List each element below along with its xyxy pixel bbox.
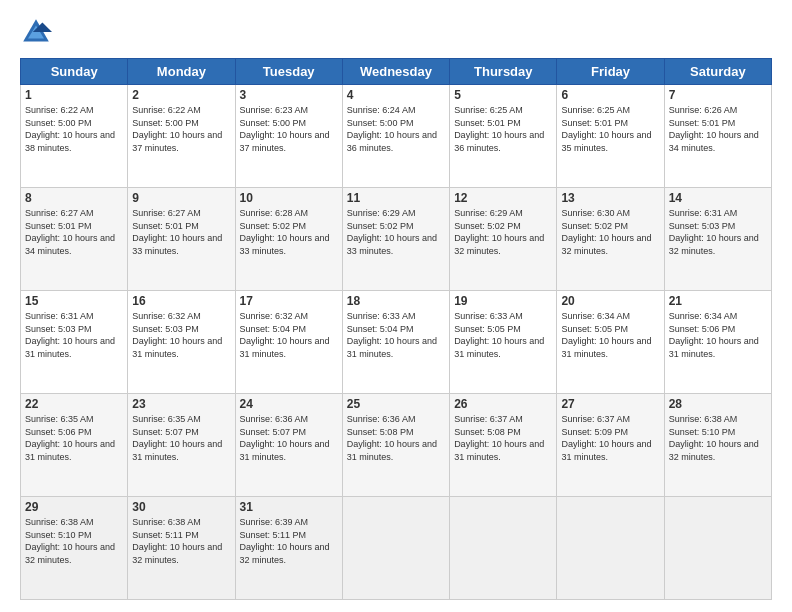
calendar-cell: 17Sunrise: 6:32 AMSunset: 5:04 PMDayligh… (235, 291, 342, 394)
calendar-day-header: Friday (557, 59, 664, 85)
day-number: 14 (669, 191, 767, 205)
calendar-cell: 4Sunrise: 6:24 AMSunset: 5:00 PMDaylight… (342, 85, 449, 188)
day-number: 8 (25, 191, 123, 205)
day-info: Sunrise: 6:22 AMSunset: 5:00 PMDaylight:… (25, 104, 123, 154)
calendar-week-row: 8Sunrise: 6:27 AMSunset: 5:01 PMDaylight… (21, 188, 772, 291)
calendar-table: SundayMondayTuesdayWednesdayThursdayFrid… (20, 58, 772, 600)
day-number: 1 (25, 88, 123, 102)
day-info: Sunrise: 6:29 AMSunset: 5:02 PMDaylight:… (347, 207, 445, 257)
day-info: Sunrise: 6:36 AMSunset: 5:08 PMDaylight:… (347, 413, 445, 463)
calendar-cell: 23Sunrise: 6:35 AMSunset: 5:07 PMDayligh… (128, 394, 235, 497)
day-number: 23 (132, 397, 230, 411)
day-info: Sunrise: 6:26 AMSunset: 5:01 PMDaylight:… (669, 104, 767, 154)
calendar-cell (342, 497, 449, 600)
calendar-week-row: 29Sunrise: 6:38 AMSunset: 5:10 PMDayligh… (21, 497, 772, 600)
day-number: 16 (132, 294, 230, 308)
calendar-cell: 20Sunrise: 6:34 AMSunset: 5:05 PMDayligh… (557, 291, 664, 394)
day-info: Sunrise: 6:33 AMSunset: 5:04 PMDaylight:… (347, 310, 445, 360)
day-info: Sunrise: 6:34 AMSunset: 5:06 PMDaylight:… (669, 310, 767, 360)
day-number: 15 (25, 294, 123, 308)
day-info: Sunrise: 6:23 AMSunset: 5:00 PMDaylight:… (240, 104, 338, 154)
day-number: 11 (347, 191, 445, 205)
day-number: 18 (347, 294, 445, 308)
page: SundayMondayTuesdayWednesdayThursdayFrid… (0, 0, 792, 612)
calendar-day-header: Sunday (21, 59, 128, 85)
day-info: Sunrise: 6:25 AMSunset: 5:01 PMDaylight:… (561, 104, 659, 154)
calendar-cell: 21Sunrise: 6:34 AMSunset: 5:06 PMDayligh… (664, 291, 771, 394)
calendar-cell (557, 497, 664, 600)
day-info: Sunrise: 6:31 AMSunset: 5:03 PMDaylight:… (669, 207, 767, 257)
day-number: 27 (561, 397, 659, 411)
day-info: Sunrise: 6:27 AMSunset: 5:01 PMDaylight:… (25, 207, 123, 257)
day-info: Sunrise: 6:37 AMSunset: 5:08 PMDaylight:… (454, 413, 552, 463)
day-number: 19 (454, 294, 552, 308)
calendar-cell: 16Sunrise: 6:32 AMSunset: 5:03 PMDayligh… (128, 291, 235, 394)
calendar-cell: 30Sunrise: 6:38 AMSunset: 5:11 PMDayligh… (128, 497, 235, 600)
day-info: Sunrise: 6:32 AMSunset: 5:04 PMDaylight:… (240, 310, 338, 360)
calendar-cell: 13Sunrise: 6:30 AMSunset: 5:02 PMDayligh… (557, 188, 664, 291)
calendar-day-header: Monday (128, 59, 235, 85)
day-number: 3 (240, 88, 338, 102)
calendar-day-header: Wednesday (342, 59, 449, 85)
day-info: Sunrise: 6:27 AMSunset: 5:01 PMDaylight:… (132, 207, 230, 257)
day-info: Sunrise: 6:25 AMSunset: 5:01 PMDaylight:… (454, 104, 552, 154)
calendar-cell: 31Sunrise: 6:39 AMSunset: 5:11 PMDayligh… (235, 497, 342, 600)
calendar-cell: 11Sunrise: 6:29 AMSunset: 5:02 PMDayligh… (342, 188, 449, 291)
calendar-cell: 3Sunrise: 6:23 AMSunset: 5:00 PMDaylight… (235, 85, 342, 188)
day-number: 21 (669, 294, 767, 308)
calendar-day-header: Saturday (664, 59, 771, 85)
day-number: 7 (669, 88, 767, 102)
day-number: 26 (454, 397, 552, 411)
day-info: Sunrise: 6:24 AMSunset: 5:00 PMDaylight:… (347, 104, 445, 154)
day-info: Sunrise: 6:34 AMSunset: 5:05 PMDaylight:… (561, 310, 659, 360)
day-number: 10 (240, 191, 338, 205)
calendar-cell: 5Sunrise: 6:25 AMSunset: 5:01 PMDaylight… (450, 85, 557, 188)
day-info: Sunrise: 6:38 AMSunset: 5:10 PMDaylight:… (25, 516, 123, 566)
day-info: Sunrise: 6:35 AMSunset: 5:07 PMDaylight:… (132, 413, 230, 463)
logo-icon (20, 16, 52, 48)
calendar-cell: 10Sunrise: 6:28 AMSunset: 5:02 PMDayligh… (235, 188, 342, 291)
calendar-week-row: 1Sunrise: 6:22 AMSunset: 5:00 PMDaylight… (21, 85, 772, 188)
day-info: Sunrise: 6:29 AMSunset: 5:02 PMDaylight:… (454, 207, 552, 257)
day-number: 24 (240, 397, 338, 411)
header (20, 16, 772, 48)
calendar-cell: 29Sunrise: 6:38 AMSunset: 5:10 PMDayligh… (21, 497, 128, 600)
day-number: 13 (561, 191, 659, 205)
calendar-week-row: 15Sunrise: 6:31 AMSunset: 5:03 PMDayligh… (21, 291, 772, 394)
day-info: Sunrise: 6:37 AMSunset: 5:09 PMDaylight:… (561, 413, 659, 463)
day-number: 22 (25, 397, 123, 411)
calendar-cell: 14Sunrise: 6:31 AMSunset: 5:03 PMDayligh… (664, 188, 771, 291)
calendar-cell: 2Sunrise: 6:22 AMSunset: 5:00 PMDaylight… (128, 85, 235, 188)
calendar-cell: 9Sunrise: 6:27 AMSunset: 5:01 PMDaylight… (128, 188, 235, 291)
day-info: Sunrise: 6:31 AMSunset: 5:03 PMDaylight:… (25, 310, 123, 360)
day-info: Sunrise: 6:39 AMSunset: 5:11 PMDaylight:… (240, 516, 338, 566)
day-number: 9 (132, 191, 230, 205)
day-number: 17 (240, 294, 338, 308)
day-info: Sunrise: 6:36 AMSunset: 5:07 PMDaylight:… (240, 413, 338, 463)
logo (20, 16, 60, 48)
calendar-cell: 28Sunrise: 6:38 AMSunset: 5:10 PMDayligh… (664, 394, 771, 497)
day-number: 4 (347, 88, 445, 102)
day-number: 12 (454, 191, 552, 205)
calendar-cell: 18Sunrise: 6:33 AMSunset: 5:04 PMDayligh… (342, 291, 449, 394)
day-info: Sunrise: 6:38 AMSunset: 5:11 PMDaylight:… (132, 516, 230, 566)
calendar-header-row: SundayMondayTuesdayWednesdayThursdayFrid… (21, 59, 772, 85)
day-info: Sunrise: 6:38 AMSunset: 5:10 PMDaylight:… (669, 413, 767, 463)
calendar-day-header: Thursday (450, 59, 557, 85)
day-number: 30 (132, 500, 230, 514)
calendar-cell: 7Sunrise: 6:26 AMSunset: 5:01 PMDaylight… (664, 85, 771, 188)
calendar-cell: 15Sunrise: 6:31 AMSunset: 5:03 PMDayligh… (21, 291, 128, 394)
day-number: 29 (25, 500, 123, 514)
calendar-cell: 26Sunrise: 6:37 AMSunset: 5:08 PMDayligh… (450, 394, 557, 497)
day-info: Sunrise: 6:32 AMSunset: 5:03 PMDaylight:… (132, 310, 230, 360)
day-info: Sunrise: 6:35 AMSunset: 5:06 PMDaylight:… (25, 413, 123, 463)
day-info: Sunrise: 6:33 AMSunset: 5:05 PMDaylight:… (454, 310, 552, 360)
calendar-cell: 8Sunrise: 6:27 AMSunset: 5:01 PMDaylight… (21, 188, 128, 291)
calendar-cell: 24Sunrise: 6:36 AMSunset: 5:07 PMDayligh… (235, 394, 342, 497)
calendar-cell: 6Sunrise: 6:25 AMSunset: 5:01 PMDaylight… (557, 85, 664, 188)
day-info: Sunrise: 6:28 AMSunset: 5:02 PMDaylight:… (240, 207, 338, 257)
calendar-cell (450, 497, 557, 600)
calendar-cell: 19Sunrise: 6:33 AMSunset: 5:05 PMDayligh… (450, 291, 557, 394)
day-number: 28 (669, 397, 767, 411)
calendar-week-row: 22Sunrise: 6:35 AMSunset: 5:06 PMDayligh… (21, 394, 772, 497)
